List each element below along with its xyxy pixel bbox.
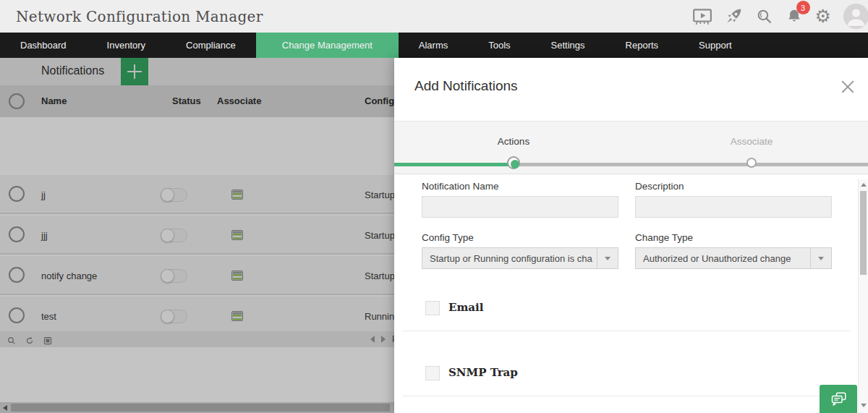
settings-gear-icon[interactable]: ⚙ bbox=[815, 7, 831, 25]
notification-name-input[interactable] bbox=[422, 196, 618, 218]
header-icon-group: 3 ⚙ bbox=[692, 4, 868, 29]
step-actions-dot[interactable] bbox=[507, 156, 520, 169]
chevron-down-icon[interactable] bbox=[810, 248, 831, 268]
notifications-bell-icon[interactable]: 3 bbox=[786, 7, 803, 25]
notification-count-badge: 3 bbox=[796, 1, 810, 14]
config-type-label: Config Type bbox=[422, 232, 474, 243]
feedback-chat-button[interactable] bbox=[820, 385, 857, 413]
vertical-scrollbar[interactable] bbox=[858, 179, 868, 413]
modal-backdrop bbox=[0, 58, 394, 413]
wizard-steps: Actions Associate bbox=[394, 121, 868, 174]
change-type-select[interactable]: Authorized or Unauthorized change bbox=[635, 247, 832, 269]
vscroll-thumb[interactable] bbox=[860, 191, 867, 275]
step-actions[interactable]: Actions bbox=[498, 136, 529, 147]
snmp-trap-checkbox[interactable] bbox=[425, 366, 440, 380]
chevron-down-icon[interactable] bbox=[597, 248, 618, 268]
description-input[interactable] bbox=[635, 196, 832, 218]
search-icon[interactable] bbox=[755, 7, 773, 25]
demo-video-icon[interactable] bbox=[692, 7, 712, 26]
email-label: Email bbox=[448, 301, 483, 314]
progress-line-done bbox=[394, 163, 514, 166]
vscroll-down-arrow-icon[interactable] bbox=[861, 404, 867, 407]
notification-name-label: Notification Name bbox=[422, 181, 499, 192]
step-associate-dot[interactable] bbox=[746, 158, 757, 168]
config-type-select[interactable]: Startup or Running configuration is cha.… bbox=[422, 247, 618, 269]
change-type-label: Change Type bbox=[635, 232, 693, 243]
main-nav: Dashboard Inventory Compliance Change Ma… bbox=[0, 33, 868, 58]
nav-change-management[interactable]: Change Management bbox=[256, 33, 399, 58]
nav-reports[interactable]: Reports bbox=[605, 33, 679, 58]
nav-alarms[interactable]: Alarms bbox=[399, 33, 468, 58]
config-type-value: Startup or Running configuration is cha.… bbox=[430, 253, 593, 264]
email-checkbox[interactable] bbox=[425, 301, 440, 315]
progress-line-todo bbox=[514, 163, 868, 166]
app-window: Network Configuration Manager bbox=[0, 0, 868, 413]
nav-support[interactable]: Support bbox=[678, 33, 752, 58]
nav-dashboard[interactable]: Dashboard bbox=[0, 33, 87, 58]
nav-settings[interactable]: Settings bbox=[531, 33, 605, 58]
user-avatar[interactable] bbox=[843, 4, 868, 29]
rocket-icon[interactable] bbox=[725, 7, 743, 25]
add-notifications-dialog: Add Notifications Actions Associate Noti… bbox=[394, 58, 868, 413]
app-title: Network Configuration Manager bbox=[16, 8, 263, 25]
description-label: Description bbox=[635, 181, 684, 192]
section-divider bbox=[403, 331, 850, 331]
close-icon[interactable] bbox=[839, 78, 856, 95]
section-divider bbox=[403, 396, 850, 396]
nav-tools[interactable]: Tools bbox=[468, 33, 530, 58]
nav-inventory[interactable]: Inventory bbox=[87, 33, 166, 58]
snmp-trap-label: SNMP Trap bbox=[448, 366, 518, 379]
change-type-value: Authorized or Unauthorized change bbox=[643, 253, 807, 264]
nav-compliance[interactable]: Compliance bbox=[166, 33, 256, 58]
dialog-title: Add Notifications bbox=[414, 78, 518, 94]
notifications-list-region: Notifications Name Status Associate Conf… bbox=[0, 58, 394, 413]
vscroll-up-arrow-icon[interactable] bbox=[861, 183, 867, 187]
step-associate[interactable]: Associate bbox=[731, 136, 773, 147]
top-header: Network Configuration Manager bbox=[0, 0, 868, 33]
